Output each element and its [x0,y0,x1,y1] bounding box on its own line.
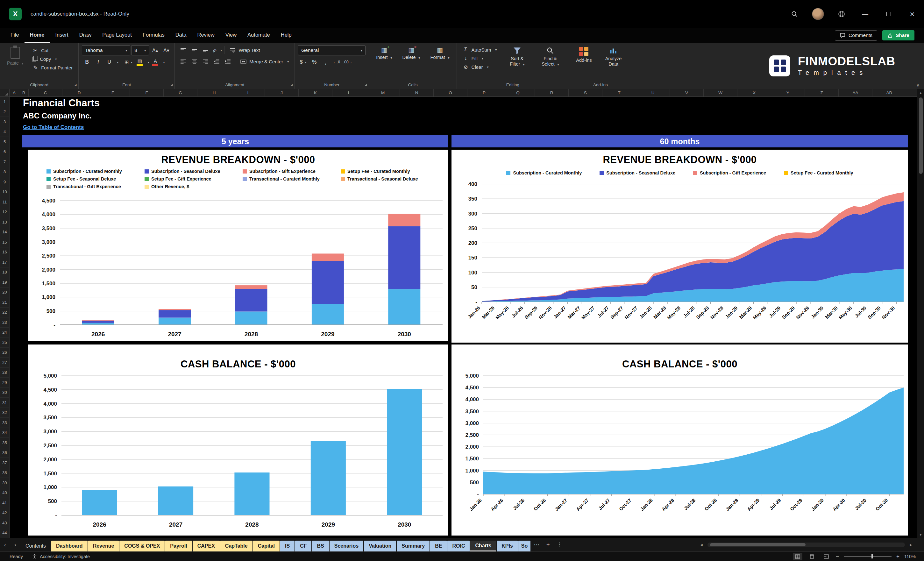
find-select-button[interactable]: Find & Select ▾ [535,45,566,68]
align-bottom-button[interactable] [200,45,210,55]
align-left-button[interactable] [178,57,188,66]
horizontal-scroll-thumb[interactable] [710,543,806,546]
accessibility-status[interactable]: Accessibility: Investigate [32,554,90,559]
sort-filter-button[interactable]: Sort & Filter ▾ [502,45,532,68]
comments-button[interactable]: Comments [835,30,877,41]
autosum-button[interactable]: ΣAutoSum▾ [460,46,500,54]
previous-sheet-button[interactable]: ‹ [0,538,10,552]
sheet-tab-kpis[interactable]: KPIs [497,541,518,552]
column-header-V[interactable]: V [670,89,704,96]
column-header-J[interactable]: J [265,89,298,96]
row-header-28[interactable]: 28 [0,368,9,378]
column-header-F[interactable]: F [130,89,164,96]
currency-format-button[interactable]: $▾ [298,57,308,67]
increase-indent-button[interactable] [222,57,233,66]
column-header-T[interactable]: T [602,89,636,96]
column-header-K[interactable]: K [298,89,332,96]
sheet-tab-capex[interactable]: CAPEX [193,541,220,552]
alignment-dialog-launcher[interactable]: ◢ [290,83,292,86]
sheet-tab-roic[interactable]: ROIC [447,541,470,552]
page-layout-view-button[interactable] [807,553,817,560]
zoom-slider-thumb[interactable] [872,554,873,558]
more-sheets-button[interactable]: ⋯ [531,538,542,552]
menu-tab-review[interactable]: Review [192,28,220,43]
row-header-44[interactable]: 44 [0,528,9,538]
row-header-16[interactable]: 16 [0,248,9,258]
row-header-9[interactable]: 9 [0,177,9,187]
column-header-A[interactable]: A [9,89,19,96]
row-header-5[interactable]: 5 [0,137,9,147]
column-header-U[interactable]: U [636,89,670,96]
menu-tab-data[interactable]: Data [170,28,192,43]
zoom-level[interactable]: 110% [904,554,916,559]
row-header-25[interactable]: 25 [0,338,9,348]
percent-format-button[interactable]: % [309,57,320,67]
toc-link[interactable]: Go to Table of Contents [23,124,84,130]
analyze-data-button[interactable]: Analyze Data [598,45,628,68]
row-header-39[interactable]: 39 [0,478,9,488]
format-painter-button[interactable]: ✎Format Painter [30,64,75,72]
page-break-view-button[interactable] [822,553,831,560]
menu-tab-insert[interactable]: Insert [50,28,74,43]
font-dialog-launcher[interactable]: ◢ [170,83,172,86]
menu-tab-formulas[interactable]: Formulas [137,28,170,43]
row-header-12[interactable]: 12 [0,207,9,218]
align-right-button[interactable] [200,57,210,66]
sheet-tab-be[interactable]: BE [430,541,447,552]
menu-tab-page-layout[interactable]: Page Layout [97,28,137,43]
column-header-O[interactable]: O [434,89,467,96]
column-header-AC[interactable]: AC [906,89,917,96]
copy-button[interactable]: Copy▾ [30,56,75,63]
column-header-S[interactable]: S [568,89,602,96]
column-header-E[interactable]: E [96,89,130,96]
comma-format-button[interactable]: , [320,57,330,67]
menu-tab-file[interactable]: File [5,28,24,43]
decrease-indent-button[interactable] [212,57,222,66]
vertical-scroll-thumb[interactable] [919,98,923,174]
row-header-34[interactable]: 34 [0,428,9,438]
underline-caret[interactable]: ▾ [117,60,118,64]
row-header-14[interactable]: 14 [0,227,9,237]
sheet-tab-dashboard[interactable]: Dashboard [51,541,87,552]
align-middle-button[interactable] [189,45,200,55]
row-header-31[interactable]: 31 [0,398,9,408]
close-button[interactable]: × [900,0,924,28]
sheet-tab-bs[interactable]: BS [312,541,328,552]
clipboard-dialog-launcher[interactable]: ◢ [74,83,76,86]
row-header-13[interactable]: 13 [0,217,9,227]
sheet-tab-summary[interactable]: Summary [397,541,429,552]
paste-button[interactable]: Paste ▾ [3,45,27,67]
sheet-tab-contents[interactable]: Contents [21,541,51,552]
globe-button[interactable] [830,0,854,28]
column-header-W[interactable]: W [704,89,737,96]
maximize-button[interactable] [877,0,900,28]
column-header-C[interactable]: C [28,89,62,96]
zoom-slider[interactable] [844,556,891,557]
row-header-33[interactable]: 33 [0,418,9,428]
zoom-out-button[interactable]: − [836,554,839,560]
wrap-text-button[interactable]: Wrap Text [227,46,262,54]
row-header-26[interactable]: 26 [0,348,9,358]
merge-center-button[interactable]: Merge & Center▾ [237,58,291,65]
scroll-right-arrow[interactable]: ▸ [907,542,915,548]
font-color-button[interactable]: A [150,58,160,67]
scroll-down-arrow[interactable]: ▼ [919,531,922,538]
row-header-3[interactable]: 3 [0,117,9,127]
chart-cash-balance-5y[interactable]: CASH BALANCE - $'000 -5001,0001,5002,000… [28,345,448,536]
row-header-2[interactable]: 2 [0,107,9,117]
font-name-select[interactable]: Tahoma▾ [82,45,130,56]
row-header-20[interactable]: 20 [0,288,9,298]
sheet-tab-cf[interactable]: CF [295,541,311,552]
row-header-27[interactable]: 27 [0,357,9,368]
sheet-tab-capital[interactable]: Capital [253,541,279,552]
row-header-22[interactable]: 22 [0,308,9,318]
scroll-left-arrow[interactable]: ◂ [697,542,706,548]
column-header-M[interactable]: M [366,89,400,96]
fill-button[interactable]: ↓Fill▾ [460,54,500,62]
row-header-7[interactable]: 7 [0,157,9,167]
borders-button[interactable]: ⊞▾ [123,57,134,67]
italic-button[interactable]: I [93,57,103,67]
column-header-AA[interactable]: AA [838,89,872,96]
zoom-in-button[interactable]: + [896,554,900,560]
align-center-button[interactable] [189,57,200,66]
